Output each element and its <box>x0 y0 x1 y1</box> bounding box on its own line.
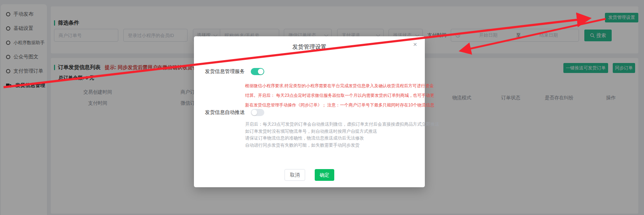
confirm-button[interactable]: 确定 <box>315 169 334 181</box>
auto-push-description: 开启后：每天23点可发货的订单会自动推送到微信，虚拟订单支付后会直接按虚拟商品方… <box>245 121 439 149</box>
auto-push-label: 发货信息自动推送 <box>205 109 245 116</box>
shipping-settings-modal: 发货管理设置 × 发货信息管理服务 根据微信小程序要求,特定类型的小程序需要在平… <box>194 36 425 187</box>
auto-push-toggle-row: 发货信息自动推送 <box>205 109 264 116</box>
service-toggle[interactable] <box>251 68 264 75</box>
auto-push-desc-line: 开启后：每天23点可发货的订单会自动推送到微信，虚拟订单支付后会直接按虚拟商品方… <box>245 121 439 128</box>
auto-push-desc-line: 请保证订单物流信息的准确性，物流信息推送成功后无法修改 <box>245 135 439 142</box>
cancel-button[interactable]: 取消 <box>285 169 305 181</box>
service-desc-line: 根据微信小程序要求,特定类型的小程序需要在平台完成发货信息录入及确认收货流程后方… <box>245 81 434 91</box>
service-desc-line: 新在发货信息管理手动操作《同步订单》； 注意：一个商户订单号下最多只能同时存在1… <box>245 100 434 110</box>
close-icon[interactable]: × <box>413 41 417 48</box>
service-label: 发货信息管理服务 <box>205 68 245 75</box>
auto-push-desc-line: 如订单发货时没有填写物流单号，则自动推送时按用户自提方式推送 <box>245 128 439 135</box>
auto-push-toggle[interactable] <box>251 109 264 116</box>
service-desc-line: 结算。开启后： 每天23点会定时请求微信服务器拉取一个月以内需要发货的订单到商城… <box>245 91 434 100</box>
service-description: 根据微信小程序要求,特定类型的小程序需要在平台完成发货信息录入及确认收货流程后方… <box>245 81 434 110</box>
service-toggle-row: 发货信息管理服务 <box>205 68 264 75</box>
toggle-knob <box>258 69 264 74</box>
modal-buttons: 取消 确定 <box>194 169 425 181</box>
auto-push-desc-line: 自动进行同步发货有失败的可能，如失败需要手动同步发货 <box>245 142 439 149</box>
modal-title: 发货管理设置 <box>194 43 425 51</box>
toggle-knob <box>251 110 257 115</box>
